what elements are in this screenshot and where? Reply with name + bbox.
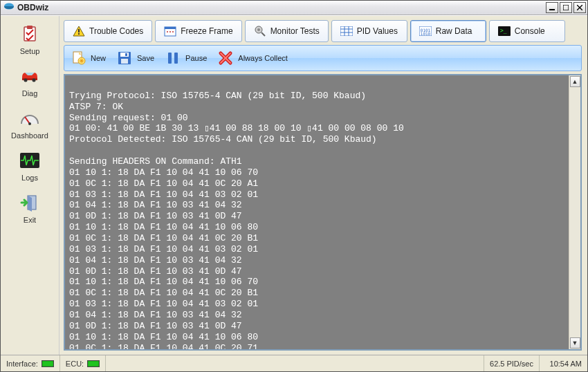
car-icon bbox=[19, 65, 41, 87]
floppy-icon bbox=[116, 49, 134, 67]
table-icon bbox=[340, 25, 353, 37]
sidebar-item-label: Setup bbox=[6, 47, 54, 55]
svg-rect-1 bbox=[549, 9, 555, 10]
tab-raw-data[interactable]: 01011010 Raw Data bbox=[410, 20, 486, 42]
exit-icon bbox=[19, 192, 41, 214]
window-controls bbox=[544, 2, 586, 13]
svg-rect-2 bbox=[563, 5, 569, 10]
svg-rect-39 bbox=[125, 53, 127, 56]
tab-label: Console bbox=[515, 26, 545, 36]
tab-trouble-codes[interactable]: Trouble Codes bbox=[64, 20, 152, 42]
svg-rect-24 bbox=[340, 26, 353, 36]
scrollbar[interactable]: ▲ ▼ bbox=[569, 75, 580, 349]
pause-button[interactable]: Pause bbox=[162, 47, 213, 69]
waveform-icon bbox=[19, 149, 41, 171]
svg-rect-14 bbox=[78, 29, 80, 32]
tab-label: Monitor Tests bbox=[270, 26, 320, 36]
svg-rect-37 bbox=[120, 53, 129, 57]
maximize-button[interactable] bbox=[560, 2, 572, 13]
pause-icon bbox=[164, 49, 182, 67]
svg-point-19 bbox=[169, 31, 171, 32]
svg-point-20 bbox=[172, 31, 174, 32]
svg-rect-41 bbox=[174, 53, 178, 64]
close-button[interactable] bbox=[573, 2, 586, 13]
binary-icon: 01011010 bbox=[419, 25, 432, 37]
save-button[interactable]: Save bbox=[113, 47, 160, 69]
toolbar: New Save Pause bbox=[64, 45, 582, 71]
clipboard-check-icon bbox=[19, 23, 41, 45]
status-value: 62.5 PID/sec bbox=[490, 360, 533, 368]
tab-label: Trouble Codes bbox=[89, 26, 143, 36]
svg-point-8 bbox=[24, 79, 28, 82]
scroll-down-button[interactable]: ▼ bbox=[570, 337, 580, 348]
svg-point-23 bbox=[257, 28, 260, 31]
new-file-icon bbox=[69, 49, 87, 67]
tab-label: Freeze Frame bbox=[181, 26, 232, 36]
sidebar-item-setup[interactable]: Setup bbox=[6, 20, 54, 62]
svg-point-9 bbox=[33, 79, 36, 82]
svg-text:>_: >_ bbox=[500, 28, 507, 34]
svg-rect-17 bbox=[165, 27, 176, 29]
status-label: Interface: bbox=[6, 360, 38, 368]
tab-label: PID Values bbox=[357, 26, 398, 36]
svg-point-18 bbox=[167, 31, 168, 32]
app-window: OBDwiz Setup Diag bbox=[0, 0, 588, 372]
svg-rect-40 bbox=[168, 53, 172, 64]
gauge-icon bbox=[19, 107, 41, 129]
main-panel: Trouble Codes Freeze Frame Monitor Tests bbox=[59, 16, 587, 355]
terminal-icon: >_ bbox=[498, 25, 511, 37]
svg-rect-6 bbox=[27, 26, 33, 29]
led-green-icon bbox=[87, 360, 100, 367]
sidebar-item-label: Exit bbox=[6, 216, 54, 224]
new-button[interactable]: New bbox=[67, 47, 112, 69]
status-ecu: ECU: bbox=[60, 355, 106, 371]
svg-rect-15 bbox=[78, 33, 80, 35]
scroll-track[interactable] bbox=[570, 88, 580, 337]
window-title: OBDwiz bbox=[17, 3, 48, 12]
sidebar-item-logs[interactable]: Logs bbox=[6, 147, 54, 189]
sidebar-item-diag[interactable]: Diag bbox=[6, 62, 54, 104]
button-label: New bbox=[91, 54, 106, 62]
tab-row: Trouble Codes Freeze Frame Monitor Tests bbox=[64, 20, 582, 42]
sidebar-item-label: Logs bbox=[6, 174, 54, 182]
delete-x-icon bbox=[217, 49, 235, 67]
svg-point-11 bbox=[28, 122, 31, 125]
status-time: 10:54 AM bbox=[539, 355, 587, 371]
titlebar: OBDwiz bbox=[1, 1, 587, 15]
button-label: Pause bbox=[185, 54, 207, 62]
sidebar-item-label: Dashboard bbox=[6, 131, 54, 140]
scroll-up-button[interactable]: ▲ bbox=[570, 76, 580, 87]
sidebar-item-dashboard[interactable]: Dashboard bbox=[6, 104, 54, 147]
terminal-output[interactable]: Trying Protocol: ISO 15765-4 CAN (29 bit… bbox=[65, 75, 569, 349]
always-collect-button[interactable]: Always Collect bbox=[214, 47, 294, 69]
status-interface: Interface: bbox=[1, 355, 60, 371]
svg-text:1010: 1010 bbox=[421, 31, 431, 36]
button-label: Save bbox=[137, 54, 154, 62]
body: Setup Diag Dashboard Logs bbox=[1, 15, 587, 355]
sidebar-item-exit[interactable]: Exit bbox=[6, 189, 54, 231]
tab-console[interactable]: >_ Console bbox=[489, 20, 565, 42]
calendar-icon bbox=[164, 25, 176, 37]
tab-monitor-tests[interactable]: Monitor Tests bbox=[245, 20, 329, 42]
warning-triangle-icon bbox=[73, 25, 85, 37]
minimize-button[interactable] bbox=[546, 2, 558, 13]
status-label: ECU: bbox=[66, 360, 84, 368]
svg-rect-38 bbox=[121, 59, 128, 64]
led-green-icon bbox=[42, 360, 54, 367]
button-label: Always Collect bbox=[238, 54, 288, 62]
terminal-wrap: Trying Protocol: ISO 15765-4 CAN (29 bit… bbox=[64, 74, 582, 351]
app-icon bbox=[3, 2, 15, 13]
magnifier-gear-icon bbox=[254, 25, 266, 37]
status-value: 10:54 AM bbox=[550, 360, 582, 368]
svg-line-22 bbox=[261, 32, 265, 36]
statusbar: Interface: ECU: 62.5 PID/sec 10:54 AM bbox=[1, 355, 587, 371]
tab-label: Raw Data bbox=[436, 26, 472, 36]
sidebar-item-label: Diag bbox=[6, 89, 54, 97]
status-pid-rate: 62.5 PID/sec bbox=[484, 355, 539, 371]
tab-freeze-frame[interactable]: Freeze Frame bbox=[155, 20, 241, 42]
sidebar: Setup Diag Dashboard Logs bbox=[1, 16, 59, 355]
tab-pid-values[interactable]: PID Values bbox=[331, 20, 407, 42]
